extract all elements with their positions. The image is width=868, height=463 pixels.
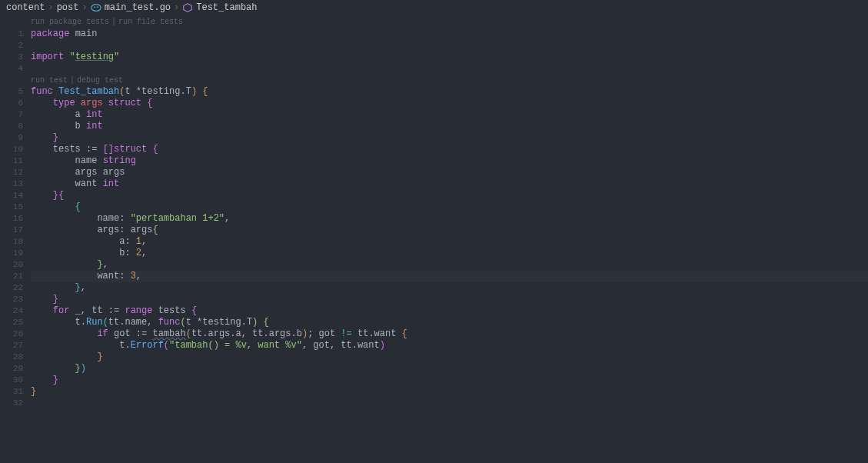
line-number: 5 xyxy=(0,86,23,98)
code-line[interactable] xyxy=(31,75,868,86)
line-number: 9 xyxy=(0,132,23,144)
codelens-test: run test | debug test xyxy=(31,75,123,86)
code-line[interactable]: a int xyxy=(31,109,868,121)
line-number: 2 xyxy=(0,40,23,52)
chevron-right-icon: › xyxy=(48,2,53,13)
code-line[interactable]: name string xyxy=(31,155,868,167)
code-line[interactable]: }, xyxy=(31,282,868,294)
code-line[interactable]: } xyxy=(31,351,868,363)
go-file-icon xyxy=(91,2,101,13)
run-file-tests-link[interactable]: run file tests xyxy=(118,16,183,28)
code-line[interactable]: type args struct { xyxy=(31,98,868,109)
line-number: 1 xyxy=(0,28,23,40)
line-number: 19 xyxy=(0,248,23,259)
line-number: 20 xyxy=(0,259,23,271)
code-line[interactable]: import "testing" xyxy=(31,52,868,63)
code-line[interactable]: t.Run(tt.name, func(t *testing.T) { xyxy=(31,317,868,328)
line-number: 13 xyxy=(0,178,23,190)
breadcrumb-content[interactable]: content xyxy=(6,2,45,13)
code-line[interactable]: t.Errorf("tambah() = %v, want %v", got, … xyxy=(31,340,868,351)
codelens-package: run package tests | run file tests xyxy=(31,15,868,28)
breadcrumb: content › post › main_test.go › Test_tam… xyxy=(0,0,868,15)
code-line[interactable]: for _, tt := range tests { xyxy=(31,305,868,317)
symbol-function-icon xyxy=(182,2,193,13)
line-number: 14 xyxy=(0,190,23,202)
chevron-right-icon: › xyxy=(174,2,179,13)
code-line[interactable]: } xyxy=(31,375,868,386)
line-number: 12 xyxy=(0,167,23,178)
breadcrumb-post[interactable]: post xyxy=(57,2,79,13)
code-line[interactable]: package main xyxy=(31,28,868,40)
line-number: 11 xyxy=(0,155,23,167)
breadcrumb-symbol[interactable]: Test_tambah xyxy=(196,2,257,13)
line-number: 21 xyxy=(0,271,23,282)
line-number: 23 xyxy=(0,294,23,305)
code-line[interactable]: if got := tambah(tt.args.a, tt.args.b); … xyxy=(31,328,868,340)
line-number xyxy=(0,75,23,86)
code-line[interactable]: } xyxy=(31,386,868,398)
run-package-tests-link[interactable]: run package tests xyxy=(31,16,109,28)
line-number: 8 xyxy=(0,121,23,132)
line-number: 18 xyxy=(0,236,23,248)
code-line[interactable]: } xyxy=(31,132,868,144)
line-number: 15 xyxy=(0,202,23,213)
code-line[interactable]: want: 3, xyxy=(31,271,868,282)
svg-point-2 xyxy=(97,6,98,8)
line-number: 7 xyxy=(0,109,23,121)
line-number: 22 xyxy=(0,282,23,294)
line-number: 32 xyxy=(0,398,23,409)
debug-test-link[interactable]: debug test xyxy=(77,75,123,86)
code-line[interactable]: { xyxy=(31,202,868,213)
line-number: 25 xyxy=(0,317,23,328)
breadcrumb-file[interactable]: main_test.go xyxy=(105,2,171,13)
line-number: 28 xyxy=(0,351,23,363)
svg-point-0 xyxy=(91,5,101,12)
line-number: 4 xyxy=(0,63,23,75)
codelens-separator: | xyxy=(70,75,75,86)
code-line[interactable]: tests := []struct { xyxy=(31,144,868,155)
code-line[interactable]: args: args{ xyxy=(31,225,868,236)
line-number: 3 xyxy=(0,52,23,63)
line-number: 16 xyxy=(0,213,23,225)
svg-point-1 xyxy=(94,6,95,8)
code-line[interactable]: }{ xyxy=(31,190,868,202)
line-gutter: 1 2 3 4 5 6 7 8 9 10 11 12 13 14 15 16 1… xyxy=(0,15,31,463)
codelens-separator: | xyxy=(111,16,116,28)
code-line[interactable]: args args xyxy=(31,167,868,178)
code-line[interactable]: func Test_tambah(t *testing.T) { xyxy=(31,86,868,98)
code-line[interactable]: want int xyxy=(31,178,868,190)
run-test-link[interactable]: run test xyxy=(31,75,68,86)
chevron-right-icon: › xyxy=(81,2,87,13)
line-number: 27 xyxy=(0,340,23,351)
line-number: 17 xyxy=(0,225,23,236)
code-line[interactable] xyxy=(31,40,868,52)
code-line[interactable]: b: 2, xyxy=(31,248,868,259)
code-line[interactable] xyxy=(31,398,868,409)
code-line[interactable] xyxy=(31,63,868,75)
line-number: 6 xyxy=(0,98,23,109)
line-number: 24 xyxy=(0,305,23,317)
code-line[interactable]: }, xyxy=(31,259,868,271)
line-number: 29 xyxy=(0,363,23,375)
code-line[interactable]: } xyxy=(31,294,868,305)
line-number: 30 xyxy=(0,375,23,386)
line-number: 26 xyxy=(0,328,23,340)
code-line[interactable]: a: 1, xyxy=(31,236,868,248)
code-line[interactable]: b int xyxy=(31,121,868,132)
code-content[interactable]: run package tests | run file tests packa… xyxy=(31,15,868,463)
line-number: 31 xyxy=(0,386,23,398)
editor: 1 2 3 4 5 6 7 8 9 10 11 12 13 14 15 16 1… xyxy=(0,15,868,463)
code-line[interactable]: }) xyxy=(31,363,868,375)
line-number: 10 xyxy=(0,144,23,155)
code-line[interactable]: name: "pertambahan 1+2", xyxy=(31,213,868,225)
